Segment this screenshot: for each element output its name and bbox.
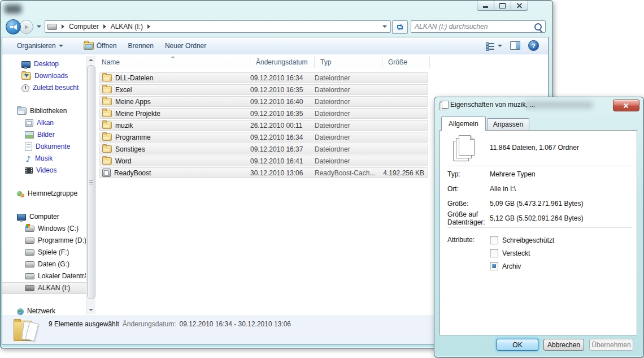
- sidebar-item-dokumente[interactable]: Dokumente: [2, 141, 86, 153]
- table-row[interactable]: Meine Apps 09.12.2010 16:40 Dateiordner: [99, 96, 428, 107]
- triangle-up-icon: [89, 59, 93, 61]
- sidebar-item-musik[interactable]: ♪Musik: [2, 153, 86, 165]
- sidebar-item-spiele-f[interactable]: Spiele (F:): [2, 247, 86, 258]
- tab-page-general: 11.864 Dateien, 1.067 Ordner Typ: Mehrer…: [440, 130, 637, 335]
- navigation-bar: Computer ALKAN (I:) ALKAN (I:) durchsuch…: [1, 19, 552, 36]
- open-button[interactable]: Öffnen: [78, 37, 123, 54]
- breadcrumb-separator: [147, 24, 150, 29]
- back-button[interactable]: [6, 19, 21, 34]
- status-date-value: 09.12.2010 16:34 - 30.12.2010 13:06: [179, 320, 291, 328]
- folder-icon: [102, 122, 112, 129]
- tab-anpassen[interactable]: Anpassen: [487, 118, 529, 130]
- search-placeholder: ALKAN (I:) durchsuchen: [415, 23, 534, 31]
- drive-icon: [25, 261, 34, 268]
- dialog-title: Eigenschaften von muzik, ...: [450, 101, 535, 109]
- files-stack-icon-large: [453, 135, 476, 162]
- address-bar[interactable]: Computer ALKAN (I:): [45, 20, 391, 33]
- scroll-down-button[interactable]: [87, 306, 95, 314]
- views-button[interactable]: [486, 42, 502, 49]
- open-folder-icon: [84, 42, 94, 50]
- checkbox-readonly[interactable]: [490, 236, 498, 244]
- ok-button[interactable]: OK: [497, 339, 538, 351]
- sidebar-section-computer[interactable]: Computer: [2, 211, 86, 223]
- sidebar-item-alkan-i-selected[interactable]: ALKAN (I:): [2, 282, 86, 294]
- address-dropdown[interactable]: [382, 25, 387, 28]
- table-row[interactable]: ReadyBoost 30.12.2010 13:06 ReadyBoost-C…: [99, 167, 428, 178]
- properties-dialog: Eigenschaften von muzik, ... Allgemein A…: [434, 97, 644, 357]
- checkbox-indeterminate-mark: [492, 264, 496, 268]
- checkbox-hidden[interactable]: [490, 249, 498, 257]
- sidebar-item-programme-d[interactable]: Programme (D:): [2, 235, 86, 247]
- sidebar-item-bilder[interactable]: Bilder: [2, 129, 86, 141]
- dialog-buttons: OK Abbrechen Übernehmen: [434, 339, 643, 351]
- windows-drive-icon: [25, 226, 34, 232]
- burn-button[interactable]: Brennen: [123, 37, 159, 54]
- apply-button[interactable]: Übernehmen: [589, 339, 633, 351]
- recent-pages-dropdown[interactable]: [37, 25, 41, 28]
- search-icon[interactable]: [534, 23, 542, 31]
- table-row[interactable]: DLL-Dateien 09.12.2010 16:34 Dateiordner: [99, 72, 428, 83]
- size-on-disk-value: 5,12 GB (5.502.091.264 Bytes): [490, 214, 583, 222]
- dialog-close-button[interactable]: [613, 100, 639, 111]
- sidebar-item-daten-g[interactable]: Daten (G:): [2, 258, 86, 270]
- size-on-disk-label: Größe auf Datenträger:: [447, 210, 490, 226]
- type-label: Typ:: [447, 170, 490, 178]
- column-header-date[interactable]: Änderungsdatum: [250, 56, 315, 68]
- breadcrumb-separator: [62, 24, 64, 29]
- size-label: Größe:: [447, 200, 490, 208]
- help-icon[interactable]: [528, 40, 539, 51]
- redacted-watermark: [5, 5, 21, 14]
- size-value: 5,09 GB (5.473.271.961 Bytes): [490, 200, 583, 208]
- sidebar-item-netzwerk[interactable]: Netzwerk: [2, 305, 86, 316]
- drive-icon: [47, 24, 57, 30]
- table-row[interactable]: Programme 09.12.2010 16:34 Dateiordner: [99, 132, 428, 143]
- table-row[interactable]: muzik 26.12.2010 00:11 Dateiordner: [99, 120, 428, 131]
- minimize-button[interactable]: [477, 1, 494, 11]
- maximize-button[interactable]: [494, 1, 511, 11]
- separator: [447, 166, 632, 166]
- column-header-size[interactable]: Größe: [382, 56, 430, 68]
- scroll-up-button[interactable]: [87, 56, 95, 64]
- search-box[interactable]: ALKAN (I:) durchsuchen: [411, 20, 546, 33]
- maximize-icon: [499, 3, 506, 8]
- sidebar-item-recent[interactable]: Zuletzt besucht: [2, 82, 86, 94]
- sidebar-item-windows-c[interactable]: Windows (C:): [2, 223, 86, 235]
- documents-icon: [25, 143, 32, 151]
- sidebar-item-lokaler-datentraeger[interactable]: Lokaler Datenträger: [2, 270, 86, 282]
- sidebar-item-homegroup[interactable]: Heimnetzgruppe: [2, 188, 86, 200]
- checkbox-archive[interactable]: [490, 262, 498, 270]
- column-header-name[interactable]: Name: [96, 56, 250, 68]
- sidebar-section-libraries[interactable]: Bibliotheken: [2, 105, 86, 117]
- scrollbar-thumb[interactable]: [87, 65, 95, 299]
- breadcrumb-drive[interactable]: ALKAN (I:): [111, 23, 143, 31]
- tab-allgemein[interactable]: Allgemein: [441, 117, 486, 131]
- checkbox-readonly-label: Schreibgeschützt: [502, 236, 554, 244]
- breadcrumb-computer[interactable]: Computer: [69, 23, 99, 31]
- sidebar-item-desktop[interactable]: Desktop: [2, 58, 86, 70]
- close-button[interactable]: [511, 1, 528, 11]
- sidebar-scrollbar[interactable]: [86, 56, 95, 314]
- preview-pane-icon[interactable]: [510, 41, 520, 50]
- readyboost-file-icon: [102, 169, 111, 177]
- selection-summary: 11.864 Dateien, 1.067 Ordner: [490, 144, 579, 152]
- cancel-button[interactable]: Abbrechen: [543, 339, 584, 351]
- forward-button[interactable]: [19, 20, 33, 34]
- organize-menu[interactable]: Organisieren: [11, 37, 69, 54]
- forward-icon: [25, 25, 28, 29]
- sidebar-item-videos[interactable]: Videos: [2, 165, 86, 176]
- attribute-readonly: Schreibgeschützt: [490, 236, 554, 244]
- sidebar-item-downloads[interactable]: Downloads: [2, 70, 86, 82]
- library-icon: [25, 119, 33, 127]
- refresh-button[interactable]: [392, 20, 408, 34]
- column-header-type[interactable]: Typ: [315, 56, 382, 68]
- table-row[interactable]: Meine Projekte 09.12.2010 16:35 Dateiord…: [99, 108, 428, 119]
- new-folder-button[interactable]: Neuer Ordner: [159, 37, 212, 54]
- status-date-label: Änderungsdatum:: [123, 320, 176, 328]
- chevron-down-icon: [59, 45, 63, 47]
- checkbox-hidden-label: Versteckt: [502, 249, 530, 257]
- table-row[interactable]: Excel 09.12.2010 16:35 Dateiordner: [99, 84, 428, 95]
- table-row[interactable]: Sonstiges 09.12.2010 16:37 Dateiordner: [99, 144, 428, 154]
- table-row[interactable]: Word 09.12.2010 16:41 Dateiordner: [99, 156, 428, 166]
- music-icon: ♪: [25, 155, 32, 163]
- sidebar-item-alkan[interactable]: Alkan: [2, 117, 86, 129]
